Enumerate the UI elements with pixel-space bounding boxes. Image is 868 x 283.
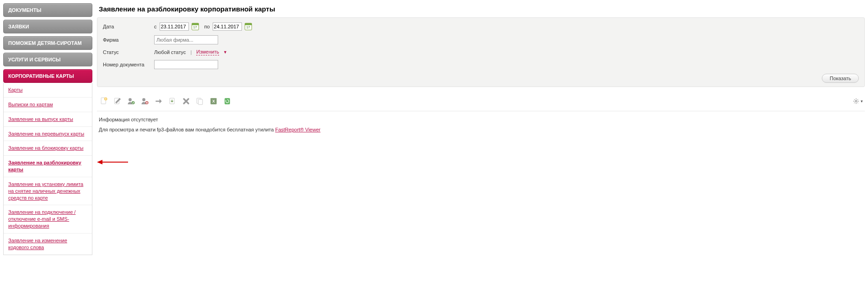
nav-services[interactable]: УСЛУГИ И СЕРВИСЫ xyxy=(3,53,92,66)
firm-input[interactable] xyxy=(154,35,218,44)
nav-help-orphans[interactable]: ПОМОЖЕМ ДЕТЯМ-СИРОТАМ xyxy=(3,36,92,50)
svg-line-22 xyxy=(854,103,855,103)
label-status: Статус xyxy=(103,49,154,55)
sub-reissue[interactable]: Заявление на перевыпуск карты xyxy=(4,126,92,141)
new-document-icon[interactable] xyxy=(99,96,109,106)
sub-codeword[interactable]: Заявление на изменение кодового слова xyxy=(4,233,92,255)
export-excel-icon[interactable]: X xyxy=(209,96,219,106)
sub-statements[interactable]: Выписки по картам xyxy=(4,97,92,112)
date-to-input[interactable] xyxy=(213,22,242,31)
status-value: Любой статус xyxy=(154,49,186,55)
viewer-hint: Для просмотра и печати fp3-файлов вам по… xyxy=(99,127,863,132)
page-title: Заявление на разблокировку корпоративной… xyxy=(99,5,865,13)
date-from-prefix: с xyxy=(154,24,157,29)
calendar-to-icon[interactable] xyxy=(245,23,252,30)
svg-line-23 xyxy=(857,99,858,100)
toolbar: X ▾ xyxy=(97,87,865,111)
fastreport-link[interactable]: FastReport® Viewer xyxy=(275,127,321,132)
caret-down-icon: ▾ xyxy=(861,99,863,103)
import-icon[interactable] xyxy=(167,96,177,106)
nav-documents[interactable]: ДОКУМЕНТЫ xyxy=(3,3,92,17)
dropdown-triangle-icon: ▼ xyxy=(223,50,227,54)
date-from-input[interactable] xyxy=(160,22,189,31)
sub-limit[interactable]: Заявление на установку лимита на снятие … xyxy=(4,177,92,205)
docnum-input[interactable] xyxy=(154,60,218,69)
svg-line-21 xyxy=(857,103,858,103)
calendar-from-icon[interactable] xyxy=(192,23,199,30)
date-to-prefix: по xyxy=(204,24,210,29)
status-change-link[interactable]: Изменить xyxy=(196,49,219,55)
gear-icon xyxy=(852,98,860,105)
filter-panel: Дата с по Фирма Статус Люб xyxy=(97,17,865,87)
delete-icon[interactable] xyxy=(181,96,191,106)
svg-rect-14 xyxy=(225,98,230,104)
svg-line-20 xyxy=(854,99,855,100)
svg-point-5 xyxy=(129,98,132,101)
sidebar-submenu: Карты Выписки по картам Заявление на вып… xyxy=(3,83,92,255)
sub-cards[interactable]: Карты xyxy=(4,83,92,97)
sidebar: ДОКУМЕНТЫ ЗАЯВКИ ПОМОЖЕМ ДЕТЯМ-СИРОТАМ У… xyxy=(0,0,92,258)
empty-message: Информация отсутствует xyxy=(99,117,863,122)
sub-notify[interactable]: Заявление на подключение / отключение e-… xyxy=(4,205,92,233)
svg-point-15 xyxy=(855,100,857,102)
refresh-icon[interactable] xyxy=(222,96,232,106)
svg-point-7 xyxy=(142,98,145,101)
nav-requests[interactable]: ЗАЯВКИ xyxy=(3,20,92,33)
edit-icon[interactable] xyxy=(113,96,123,106)
svg-text:X: X xyxy=(212,99,215,103)
results-area: Информация отсутствует Для просмотра и п… xyxy=(99,117,863,132)
label-firm: Фирма xyxy=(103,37,154,43)
sub-block[interactable]: Заявление на блокировку карты xyxy=(4,141,92,155)
sub-issue[interactable]: Заявление на выпуск карты xyxy=(4,112,92,126)
copy-icon[interactable] xyxy=(195,96,205,106)
unsign-icon[interactable] xyxy=(140,96,150,106)
label-docnum: Номер документа xyxy=(103,62,154,67)
show-button[interactable]: Показать xyxy=(822,74,859,83)
nav-corporate-cards[interactable]: КОРПОРАТИВНЫЕ КАРТЫ xyxy=(3,69,92,83)
send-icon[interactable] xyxy=(154,96,164,106)
status-separator: | xyxy=(190,49,192,55)
label-date: Дата xyxy=(103,24,154,29)
svg-rect-11 xyxy=(198,99,203,105)
main-content: Заявление на разблокировку корпоративной… xyxy=(92,0,868,258)
settings-button[interactable]: ▾ xyxy=(852,98,863,105)
sub-unblock[interactable]: Заявление на разблокировку карты xyxy=(4,155,92,177)
sign-icon[interactable] xyxy=(126,96,136,106)
